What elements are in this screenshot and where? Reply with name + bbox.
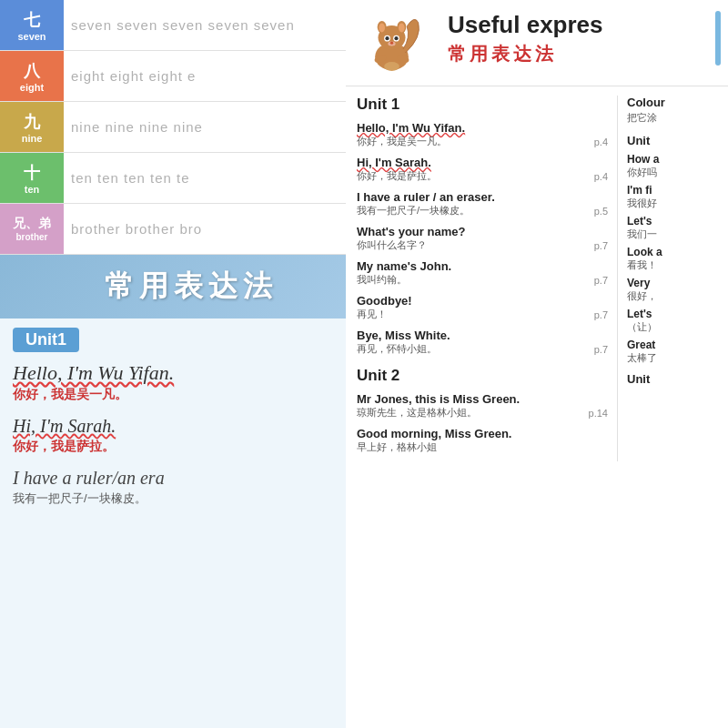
expr-en-hi: Hi, I'm Sarah.: [13, 416, 369, 437]
writing-area-brother: brother brother bro: [64, 204, 382, 254]
expr-zh-hello-right: 你好，我是吴一凡。 p.4: [357, 135, 608, 148]
word-label-brother: 兄、弟 brother: [0, 204, 64, 254]
right-title-area: Useful expres 常用表达法: [448, 11, 713, 66]
expr-zh-name: 你叫什么名字？ p.7: [357, 238, 608, 252]
unit1-section: Unit1 Hello, I'm Wu Yifan. 你好，我是吴一凡。 Hi,…: [0, 318, 382, 728]
expr-item-morning: Good morning, Miss Green. 早上好，格林小姐: [357, 427, 608, 454]
expr-item-goodbye: Goodbye! 再见！ p.7: [357, 294, 608, 321]
page-ref-goodbye: p.7: [594, 309, 608, 320]
expr-en-ruler: I have a ruler/an era: [13, 468, 369, 489]
right-col-panel: Colour 把它涂 Unit How a 你好吗 I'm fi 我很好 Let…: [617, 96, 717, 461]
page-ref-bye: p.7: [594, 344, 608, 355]
expr-item-hi: Hi, I'm Sarah. 你好，我是萨拉。 p.4: [357, 156, 608, 183]
unit-right-col-header: Unit: [627, 134, 717, 147]
useful-expres-title-zh: 常用表达法: [448, 42, 713, 66]
table-row: 十 ten ten ten ten ten te: [0, 153, 382, 204]
word-label-eight: 八 eight: [0, 51, 64, 101]
expressions-column: Unit 1 Hello, I'm Wu Yifan. 你好，我是吴一凡。 p.…: [357, 96, 608, 461]
unit2-right-header: Unit 2: [357, 367, 608, 385]
expression-hi: Hi, I'm Sarah. 你好，我是萨拉。: [13, 416, 369, 455]
expr-en-hi-right: Hi, I'm Sarah.: [357, 156, 608, 169]
expr-zh-goodbye: 再见！ p.7: [357, 308, 608, 321]
expr-zh-jones: 琼斯先生，这是格林小姐。 p.14: [357, 406, 608, 420]
writing-area-eight: eight eight eight e: [64, 51, 382, 101]
rc-item-fine: I'm fi 我很好: [627, 184, 717, 210]
expr-zh-john: 我叫约翰。 p.7: [357, 273, 608, 287]
expr-item-ruler: I have a ruler / an eraser. 我有一把尺子/一块橡皮。…: [357, 190, 608, 217]
useful-expressions-banner: 常用表达法: [0, 255, 382, 318]
table-row: 八 eight eight eight eight e: [0, 51, 382, 102]
svg-point-8: [385, 36, 389, 40]
right-header: Useful expres 常用表达法: [346, 0, 728, 86]
right-main-content: Unit 1 Hello, I'm Wu Yifan. 你好，我是吴一凡。 p.…: [346, 86, 728, 470]
table-row: 七 seven seven seven seven seven seven: [0, 0, 382, 51]
expr-zh-morning: 早上好，格林小姐: [357, 440, 608, 454]
unit1-right-header: Unit 1: [357, 96, 608, 114]
rc-item-great: Great 太棒了: [627, 339, 717, 365]
useful-expres-title-en: Useful expres: [448, 11, 713, 39]
page-ref-jones: p.14: [589, 408, 608, 419]
svg-point-3: [379, 24, 385, 33]
svg-point-14: [384, 62, 399, 71]
page-ref-hello: p.4: [594, 136, 608, 147]
unit1-label: Unit1: [13, 328, 79, 352]
expr-zh-ruler-right: 我有一把尺子/一块橡皮。 p.5: [357, 204, 608, 217]
table-row: 兄、弟 brother brother brother bro: [0, 204, 382, 255]
rc-item-very: Very 很好，: [627, 277, 717, 303]
expr-en-ruler-right: I have a ruler / an eraser.: [357, 190, 608, 204]
expr-zh-ruler: 我有一把尺子/一块橡皮。: [13, 490, 369, 507]
word-label-seven: 七 seven: [0, 0, 64, 50]
expr-zh-hi-right: 你好，我是萨拉。 p.4: [357, 169, 608, 183]
page-ref-ruler: p.5: [594, 206, 608, 217]
expr-en-hello: Hello, I'm Wu Yifan.: [13, 361, 369, 385]
useful-expressions-title-zh: 常用表达法: [105, 267, 278, 307]
expr-en-bye: Bye, Miss White.: [357, 329, 608, 342]
expression-hello: Hello, I'm Wu Yifan. 你好，我是吴一凡。: [13, 361, 369, 403]
expr-en-goodbye: Goodbye!: [357, 294, 608, 308]
rc-item-lets: Let's 我们一: [627, 215, 717, 241]
page-ref-hi: p.4: [594, 171, 608, 182]
rc-item-lets2: Let's （让）: [627, 308, 717, 334]
writing-area-ten: ten ten ten ten te: [64, 153, 382, 203]
colour-zh: 把它涂: [627, 111, 717, 125]
rc-item-look: Look a 看我！: [627, 246, 717, 272]
colour-title: Colour: [627, 96, 717, 109]
expr-en-john: My name's John.: [357, 259, 608, 273]
expr-item-john: My name's John. 我叫约翰。 p.7: [357, 259, 608, 287]
table-row: 九 nine nine nine nine nine: [0, 102, 382, 153]
expr-item-bye: Bye, Miss White. 再见，怀特小姐。 p.7: [357, 329, 608, 356]
expr-item-hello: Hello, I'm Wu Yifan. 你好，我是吴一凡。 p.4: [357, 121, 608, 148]
writing-area-nine: nine nine nine nine: [64, 102, 382, 152]
squirrel-illustration: [353, 7, 430, 76]
writing-area-seven: seven seven seven seven seven: [64, 0, 382, 50]
expr-en-jones: Mr Jones, this is Miss Green.: [357, 392, 608, 406]
svg-point-11: [390, 42, 393, 45]
expr-zh-hi: 你好，我是萨拉。: [13, 439, 369, 455]
expression-ruler: I have a ruler/an era 我有一把尺子/一块橡皮。: [13, 468, 369, 507]
expr-item-name: What's your name? 你叫什么名字？ p.7: [357, 225, 608, 252]
expr-item-jones: Mr Jones, this is Miss Green. 琼斯先生，这是格林小…: [357, 392, 608, 420]
expr-en-hello-right: Hello, I'm Wu Yifan.: [357, 121, 608, 135]
page-ref-name: p.7: [594, 240, 608, 251]
expr-zh-hello: 你好，我是吴一凡。: [13, 387, 369, 403]
rc-item-how: How a 你好吗: [627, 153, 717, 179]
expr-en-morning: Good morning, Miss Green.: [357, 427, 608, 440]
svg-point-9: [394, 36, 398, 40]
svg-point-5: [399, 24, 405, 33]
unit-bottom-label: Unit: [627, 372, 717, 386]
left-panel: 七 seven seven seven seven seven seven 八 …: [0, 0, 382, 728]
word-label-ten: 十 ten: [0, 153, 64, 203]
decorative-bar: [715, 11, 721, 66]
right-panel: Useful expres 常用表达法 Unit 1 Hello, I'm Wu…: [346, 0, 728, 728]
expr-zh-bye: 再见，怀特小姐。 p.7: [357, 342, 608, 356]
page-ref-john: p.7: [594, 275, 608, 286]
word-label-nine: 九 nine: [0, 102, 64, 152]
expr-en-name: What's your name?: [357, 225, 608, 238]
